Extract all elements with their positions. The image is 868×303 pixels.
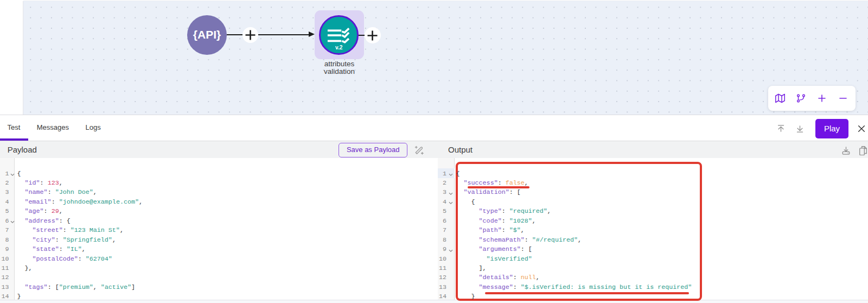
svg-text:v.2: v.2	[335, 45, 343, 50]
